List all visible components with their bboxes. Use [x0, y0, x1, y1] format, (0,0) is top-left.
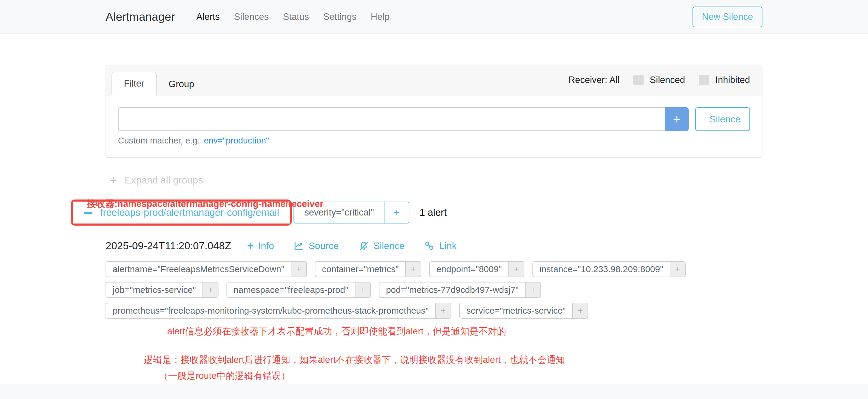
alert-labels-row-3: prometheus="freeleaps-monitoring-system/… — [105, 303, 763, 319]
alert-silence-button[interactable]: Silence — [359, 240, 405, 251]
filter-card-body: + Silence Custom matcher, e.g. env="prod… — [106, 95, 762, 157]
alert-label-prometheus[interactable]: prometheus="freeleaps-monitoring-system/… — [105, 303, 451, 319]
alert-count: 1 alert — [420, 207, 447, 218]
groups-section: + Expand all groups 接收器:namespace/alterm… — [105, 174, 763, 225]
annotation-note-2: 逻辑是：接收器收到alert后进行通知，如果alert不在接收器下，说明接收器没… — [144, 354, 763, 366]
silence-button-label: Silence — [709, 114, 741, 125]
plus-icon: + — [673, 112, 681, 127]
add-filter-plus-icon[interactable]: + — [435, 303, 451, 318]
alert-label-container[interactable]: container="metrics" + — [315, 261, 421, 277]
tab-filter[interactable]: Filter — [112, 72, 157, 95]
chart-line-icon — [293, 240, 304, 251]
plus-icon: + — [394, 206, 400, 219]
new-silence-button[interactable]: New Silence — [692, 6, 763, 27]
alert-header-row: 2025-09-24T11:20:07.048Z + Info Source S… — [105, 240, 763, 252]
add-filter-plus-icon[interactable]: + — [670, 262, 685, 277]
alert-source-label: Source — [309, 240, 339, 251]
footer-strip — [0, 384, 868, 399]
link-icon — [424, 240, 435, 251]
alert-label-pod[interactable]: pod="metrics-77d9cdb497-wdsj7" + — [379, 282, 541, 298]
inhibited-checkbox-label: Inhibited — [715, 75, 750, 85]
alert-label-job[interactable]: job="metrics-service" + — [105, 282, 218, 298]
alert-label-alertname[interactable]: alertname="FreeleapsMetricsServiceDown" … — [105, 261, 307, 277]
alert-label-instance[interactable]: instance="10.233.98.209:8009" + — [532, 261, 686, 277]
silenced-checkbox-group: Silenced — [633, 75, 685, 85]
matcher-helper: Custom matcher, e.g. env="production" — [118, 136, 750, 146]
add-filter-plus-icon[interactable]: + — [203, 282, 218, 297]
bell-slash-icon — [359, 240, 369, 251]
app-brand[interactable]: Alertmanager — [105, 10, 175, 23]
alert-permalink[interactable]: Link — [424, 240, 457, 251]
minus-icon — [84, 212, 92, 214]
add-filter-plus-icon[interactable]: + — [572, 303, 588, 318]
matcher-example-link[interactable]: env="production" — [204, 136, 269, 146]
alert-silence-label: Silence — [374, 240, 405, 251]
matcher-helper-text: Custom matcher, e.g. — [118, 136, 200, 146]
expand-all-groups-button[interactable]: + Expand all groups — [110, 174, 203, 186]
tab-group[interactable]: Group — [157, 73, 206, 95]
expand-plus-icon: + — [110, 174, 117, 186]
alert-source-link[interactable]: Source — [293, 240, 339, 251]
add-filter-plus-icon[interactable]: + — [291, 262, 306, 277]
silenced-checkbox-label: Silenced — [650, 75, 685, 85]
alert-labels-row-2: job="metrics-service" + namespace="freel… — [105, 282, 763, 298]
add-filter-plus-icon[interactable]: + — [508, 262, 524, 277]
alert-label-endpoint[interactable]: endpoint="8009" + — [429, 261, 524, 277]
alert-label-service[interactable]: service="metrics-service" + — [459, 303, 588, 319]
add-filter-plus-icon[interactable]: + — [355, 282, 370, 297]
add-filter-plus-icon[interactable]: + — [525, 282, 540, 297]
main-nav: Alerts Silences Status Settings Help — [189, 11, 397, 22]
matcher-input[interactable] — [118, 107, 665, 131]
silenced-checkbox[interactable] — [633, 75, 644, 85]
nav-item-status[interactable]: Status — [276, 11, 316, 22]
receiver-filter-dropdown[interactable]: Receiver: All — [568, 75, 620, 85]
nav-item-silences[interactable]: Silences — [227, 11, 276, 22]
plus-icon: + — [247, 240, 254, 251]
navbar: Alertmanager Alerts Silences Status Sett… — [0, 0, 868, 34]
severity-add-filter-button[interactable]: + — [384, 202, 409, 223]
nav-item-settings[interactable]: Settings — [316, 11, 364, 22]
alert-label-namespace[interactable]: namespace="freeleaps-prod" + — [226, 282, 371, 298]
alert-info-button[interactable]: + Info — [247, 240, 274, 251]
nav-item-alerts[interactable]: Alerts — [189, 11, 227, 22]
annotation-note-3: （一般是route中的逻辑有错误） — [159, 370, 763, 382]
add-matcher-button[interactable]: + — [665, 107, 689, 131]
inhibited-checkbox-group: Inhibited — [699, 75, 750, 85]
alert-detail-section: 2025-09-24T11:20:07.048Z + Info Source S… — [105, 240, 763, 382]
alert-info-label: Info — [258, 240, 274, 251]
alert-timestamp: 2025-09-24T11:20:07.048Z — [105, 240, 231, 252]
silence-from-filter-button[interactable]: Silence — [695, 107, 750, 131]
filter-card: Filter Group Receiver: All Silenced Inhi… — [105, 65, 763, 158]
nav-item-help[interactable]: Help — [364, 11, 397, 22]
filter-card-header: Filter Group Receiver: All Silenced Inhi… — [106, 65, 762, 95]
inhibited-checkbox[interactable] — [699, 75, 709, 85]
expand-all-groups-label: Expand all groups — [125, 175, 203, 186]
alert-labels-row-1: alertname="FreeleapsMetricsServiceDown" … — [105, 261, 763, 277]
annotation-note-1: alert信息必须在接收器下才表示配置成功，否则即使能看到alert，但是通知是… — [167, 325, 763, 338]
filter-header-controls: Receiver: All Silenced Inhibited — [568, 75, 750, 85]
add-filter-plus-icon[interactable]: + — [405, 262, 421, 277]
annotation-receiver-note: 接收器:namespace/altermanager-config-name/r… — [87, 198, 323, 210]
alert-link-label: Link — [439, 240, 457, 251]
filter-tabs: Filter Group — [112, 72, 206, 95]
